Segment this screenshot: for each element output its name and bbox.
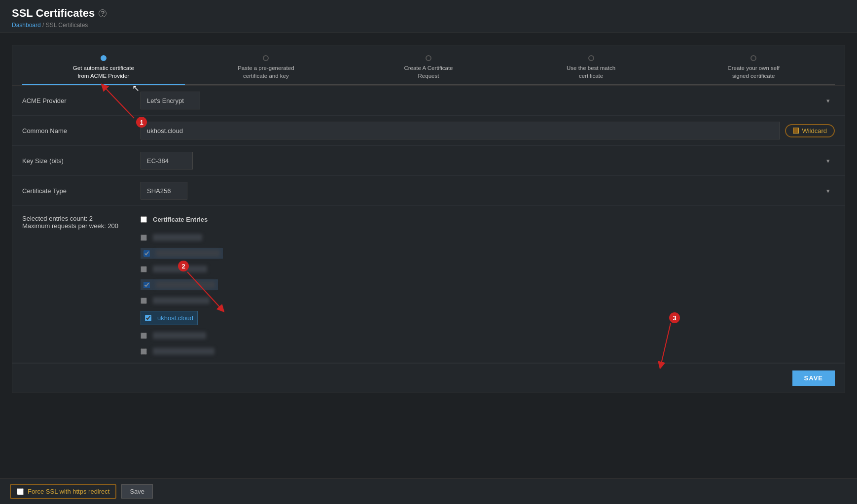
selected-info-area: Selected entries count: 2 Maximum reques… — [22, 213, 141, 230]
cert-entry-bar-4 — [156, 281, 215, 288]
cert-entry-checkbox-2[interactable] — [143, 250, 150, 257]
key-size-control: EC-384 RSA-2048 RSA-4096 — [141, 152, 835, 169]
form-section: ACME Provider Let's Encrypt ZeroSSL Comm… — [12, 85, 845, 393]
page-title-text: SSL Certificates — [12, 7, 95, 20]
cert-type-select[interactable]: SHA256 SHA384 — [141, 182, 187, 200]
force-ssl-checkbox[interactable] — [17, 488, 24, 495]
cert-type-control: SHA256 SHA384 — [141, 182, 835, 200]
cert-entries-label: Certificate Entries — [153, 216, 208, 223]
cert-entry-bar-3 — [153, 266, 207, 272]
cert-type-label: Certificate Type — [22, 187, 141, 195]
cert-entry-checkbox-1[interactable] — [141, 235, 147, 241]
select-all-checkbox[interactable] — [141, 216, 147, 223]
cert-entry-row-8 — [141, 346, 214, 357]
bottom-bar: Force SSL with https redirect Save — [0, 478, 857, 504]
cert-entry-bar-8 — [153, 348, 214, 355]
progress-bar — [22, 84, 835, 85]
cert-entry-bar-7 — [153, 332, 206, 339]
wildcard-label: Wildcard — [802, 127, 827, 134]
step-dot-4 — [588, 55, 594, 61]
common-name-label: Common Name — [22, 127, 141, 134]
cert-entry-row-1 — [141, 232, 202, 243]
max-requests: Maximum requests per week: 200 — [22, 222, 141, 230]
acme-provider-label: ACME Provider — [22, 97, 141, 104]
common-name-control: Wildcard — [141, 122, 835, 139]
step-label-3: Create A Certificate Request — [396, 64, 461, 80]
cert-entries-header: Certificate Entries — [141, 213, 208, 227]
cert-entry-bar-1 — [153, 234, 202, 241]
main-content: Get automatic certificate from ACME Prov… — [0, 33, 857, 405]
cert-type-select-wrapper: SHA256 SHA384 — [141, 182, 835, 200]
step-dot-2 — [263, 55, 269, 61]
step-label-5: Create your own self signed certificate — [721, 64, 786, 80]
breadcrumb: Dashboard / SSL Certificates — [12, 22, 845, 29]
cert-entry-bar-2 — [156, 250, 220, 257]
wizard-step-5[interactable]: Create your own self signed certificate — [672, 55, 835, 80]
cert-entries-area: Certificate Entries — [141, 213, 835, 357]
cert-entry-bar-5 — [153, 297, 210, 304]
page-header: SSL Certificates ? Dashboard / SSL Certi… — [0, 0, 857, 33]
selected-count: Selected entries count: 2 — [22, 215, 141, 222]
wizard-step-2[interactable]: Paste a pre-generated certificate and ke… — [185, 55, 348, 80]
bottom-save-button[interactable]: Save — [121, 484, 153, 499]
wildcard-button[interactable]: Wildcard — [785, 124, 835, 137]
cert-entry-row-2 — [141, 248, 223, 259]
cert-entry-row-4 — [141, 279, 218, 290]
cert-entries-row: Selected entries count: 2 Maximum reques… — [12, 206, 845, 363]
cert-entry-row-checked: ukhost.cloud — [141, 311, 198, 325]
step-label-4: Use the best match certificate — [559, 64, 623, 80]
acme-select-wrapper: Let's Encrypt ZeroSSL — [141, 92, 835, 109]
common-name-row: Common Name Wildcard — [12, 116, 845, 146]
cert-type-row: Certificate Type SHA256 SHA384 — [12, 176, 845, 206]
key-size-row: Key Size (bits) EC-384 RSA-2048 RSA-4096 — [12, 146, 845, 176]
save-button[interactable]: SAVE — [792, 370, 835, 386]
cert-entry-checkbox-5[interactable] — [141, 298, 147, 304]
help-icon[interactable]: ? — [99, 9, 107, 17]
cert-entry-row-5 — [141, 295, 210, 306]
key-size-select[interactable]: EC-384 RSA-2048 RSA-4096 — [141, 152, 193, 169]
cert-entry-checkbox-ukhost[interactable] — [145, 315, 151, 321]
cert-entry-ukhost-text: ukhost.cloud — [157, 314, 193, 322]
key-size-select-wrapper: EC-384 RSA-2048 RSA-4096 — [141, 152, 835, 169]
step-dot-1 — [101, 55, 107, 61]
step-label-2: Paste a pre-generated certificate and ke… — [234, 64, 298, 80]
acme-provider-row: ACME Provider Let's Encrypt ZeroSSL — [12, 86, 845, 116]
cert-entry-checkbox-4[interactable] — [143, 282, 150, 288]
step-label-1: Get automatic certificate from ACME Prov… — [71, 64, 136, 80]
cert-entry-checkbox-8[interactable] — [141, 348, 147, 355]
acme-provider-control: Let's Encrypt ZeroSSL — [141, 92, 835, 109]
step-dot-3 — [426, 55, 431, 61]
wizard-container: Get automatic certificate from ACME Prov… — [12, 45, 845, 85]
breadcrumb-current: SSL Certificates — [46, 22, 88, 29]
breadcrumb-dashboard[interactable]: Dashboard — [12, 22, 41, 29]
key-size-label: Key Size (bits) — [22, 157, 141, 165]
wizard-step-4[interactable]: Use the best match certificate — [510, 55, 673, 80]
wizard-step-1[interactable]: Get automatic certificate from ACME Prov… — [22, 55, 185, 80]
cert-entry-checkbox-7[interactable] — [141, 333, 147, 339]
step-dot-5 — [750, 55, 756, 61]
acme-provider-select[interactable]: Let's Encrypt ZeroSSL — [141, 92, 200, 109]
save-row: SAVE — [12, 363, 845, 393]
page-title-container: SSL Certificates ? — [12, 7, 845, 20]
cert-entry-checkbox-3[interactable] — [141, 266, 147, 272]
wildcard-checkbox-indicator — [793, 128, 799, 134]
cert-entry-row-3 — [141, 264, 207, 274]
force-ssl-area: Force SSL with https redirect — [10, 484, 116, 499]
force-ssl-label: Force SSL with https redirect — [28, 488, 109, 495]
progress-fill — [22, 84, 185, 85]
steps-row: Get automatic certificate from ACME Prov… — [22, 55, 835, 80]
cert-entry-row-7 — [141, 330, 206, 341]
common-name-input[interactable] — [141, 122, 780, 139]
wizard-step-3[interactable]: Create A Certificate Request — [347, 55, 510, 80]
